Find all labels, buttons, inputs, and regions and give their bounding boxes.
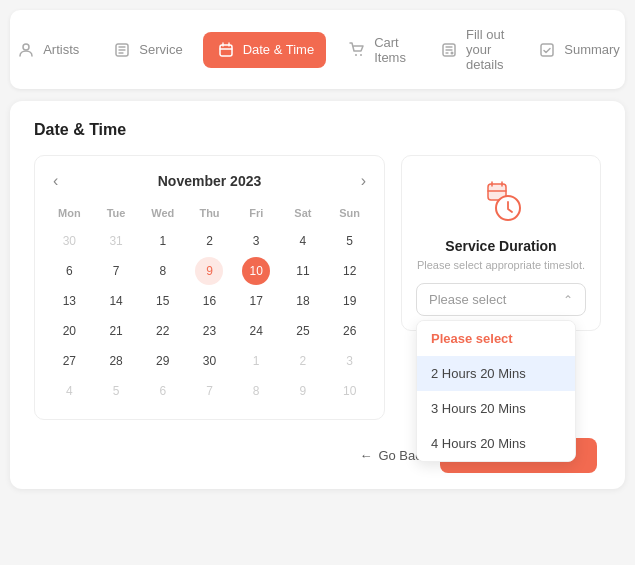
section-title: Date & Time: [34, 121, 601, 139]
calendar-day[interactable]: 14: [102, 287, 130, 315]
calendar-day[interactable]: 29: [149, 347, 177, 375]
nav-item-service[interactable]: Service: [99, 32, 194, 68]
calendar-day[interactable]: 7: [102, 257, 130, 285]
svg-point-3: [355, 54, 357, 56]
calendar-day[interactable]: 10: [336, 377, 364, 405]
calendar-day[interactable]: 31: [102, 227, 130, 255]
calendar-day[interactable]: 25: [289, 317, 317, 345]
calendar-day[interactable]: 18: [289, 287, 317, 315]
main-card: Date & Time ‹ November 2023 › MonTueWedT…: [10, 101, 625, 489]
calendar-day[interactable]: 6: [149, 377, 177, 405]
day-of-week-label: Tue: [94, 204, 139, 225]
top-nav: Artists Service Date & Time: [10, 10, 625, 89]
calendar-day[interactable]: 4: [289, 227, 317, 255]
calendar-day[interactable]: 20: [55, 317, 83, 345]
calendar-day[interactable]: 26: [336, 317, 364, 345]
nav-label-datetime: Date & Time: [243, 42, 315, 57]
calendar-day[interactable]: 17: [242, 287, 270, 315]
dropdown-chevron-icon: ⌃: [563, 293, 573, 307]
nav-item-datetime[interactable]: Date & Time: [203, 32, 327, 68]
calendar-day[interactable]: 2: [289, 347, 317, 375]
svg-rect-2: [220, 45, 232, 56]
day-of-week-label: Mon: [47, 204, 92, 225]
calendar-day[interactable]: 22: [149, 317, 177, 345]
calendar-grid: MonTueWedThuFriSatSun3031123456789101112…: [47, 204, 372, 405]
clock-icon-wrap: [478, 178, 524, 228]
dropdown-option[interactable]: 2 Hours 20 Mins: [417, 356, 575, 391]
calendar-day[interactable]: 19: [336, 287, 364, 315]
summary-icon: [536, 39, 558, 61]
calendar-day[interactable]: 1: [149, 227, 177, 255]
svg-rect-7: [541, 44, 553, 56]
nav-item-artists[interactable]: Artists: [3, 32, 91, 68]
calendar-day[interactable]: 4: [55, 377, 83, 405]
calendar-day[interactable]: 16: [195, 287, 223, 315]
nav-label-fillout: Fill outyourdetails: [466, 27, 504, 72]
calendar-day[interactable]: 21: [102, 317, 130, 345]
calendar-day[interactable]: 30: [55, 227, 83, 255]
dropdown-selected-label: Please select: [429, 292, 506, 307]
calendar-day[interactable]: 3: [242, 227, 270, 255]
day-of-week-label: Thu: [187, 204, 232, 225]
calendar-day[interactable]: 8: [242, 377, 270, 405]
calendar-day[interactable]: 9: [195, 257, 223, 285]
cart-icon: [346, 39, 368, 61]
duration-dropdown-trigger[interactable]: Please select ⌃: [416, 283, 586, 316]
datetime-icon: [215, 39, 237, 61]
calendar-day[interactable]: 7: [195, 377, 223, 405]
go-back-arrow-icon: ←: [359, 448, 372, 463]
service-duration-subtitle: Please select appropriate timeslot.: [417, 259, 585, 271]
artists-icon: [15, 39, 37, 61]
prev-month-button[interactable]: ‹: [47, 170, 64, 192]
calendar-day[interactable]: 23: [195, 317, 223, 345]
calendar-panel: ‹ November 2023 › MonTueWedThuFriSatSun3…: [34, 155, 385, 420]
calendar-day[interactable]: 9: [289, 377, 317, 405]
day-of-week-label: Sun: [327, 204, 372, 225]
svg-point-0: [23, 44, 29, 50]
nav-label-service: Service: [139, 42, 182, 57]
calendar-day[interactable]: 12: [336, 257, 364, 285]
calendar-day[interactable]: 5: [336, 227, 364, 255]
service-duration-title: Service Duration: [445, 238, 556, 254]
calendar-day[interactable]: 15: [149, 287, 177, 315]
calendar-day[interactable]: 30: [195, 347, 223, 375]
nav-item-cart[interactable]: CartItems: [334, 28, 418, 72]
nav-label-artists: Artists: [43, 42, 79, 57]
svg-point-4: [360, 54, 362, 56]
calendar-day[interactable]: 6: [55, 257, 83, 285]
nav-item-summary[interactable]: Summary: [524, 32, 632, 68]
clock-icon: [478, 178, 524, 224]
nav-item-fillout[interactable]: Fill outyourdetails: [426, 20, 516, 79]
calendar-day[interactable]: 10: [242, 257, 270, 285]
duration-dropdown-menu: Please select2 Hours 20 Mins3 Hours 20 M…: [416, 320, 576, 462]
svg-point-6: [450, 51, 453, 54]
calendar-day[interactable]: 28: [102, 347, 130, 375]
calendar-day[interactable]: 1: [242, 347, 270, 375]
calendar-day[interactable]: 5: [102, 377, 130, 405]
calendar-day[interactable]: 24: [242, 317, 270, 345]
dropdown-option[interactable]: 3 Hours 20 Mins: [417, 391, 575, 426]
calendar-day[interactable]: 2: [195, 227, 223, 255]
service-panel: Service Duration Please select appropria…: [401, 155, 601, 331]
dropdown-option[interactable]: Please select: [417, 321, 575, 356]
day-of-week-label: Wed: [140, 204, 185, 225]
nav-label-summary: Summary: [564, 42, 620, 57]
calendar-header: ‹ November 2023 ›: [47, 170, 372, 192]
day-of-week-label: Sat: [281, 204, 326, 225]
duration-dropdown-container: Please select ⌃ Please select2 Hours 20 …: [416, 283, 586, 316]
service-icon: [111, 39, 133, 61]
content-row: ‹ November 2023 › MonTueWedThuFriSatSun3…: [34, 155, 601, 420]
calendar-day[interactable]: 13: [55, 287, 83, 315]
fillout-icon: [438, 39, 460, 61]
day-of-week-label: Fri: [234, 204, 279, 225]
calendar-day[interactable]: 27: [55, 347, 83, 375]
nav-label-cart: CartItems: [374, 35, 406, 65]
next-month-button[interactable]: ›: [355, 170, 372, 192]
calendar-day[interactable]: 3: [336, 347, 364, 375]
calendar-day[interactable]: 8: [149, 257, 177, 285]
calendar-day[interactable]: 11: [289, 257, 317, 285]
month-label: November 2023: [158, 173, 262, 189]
dropdown-option[interactable]: 4 Hours 20 Mins: [417, 426, 575, 461]
